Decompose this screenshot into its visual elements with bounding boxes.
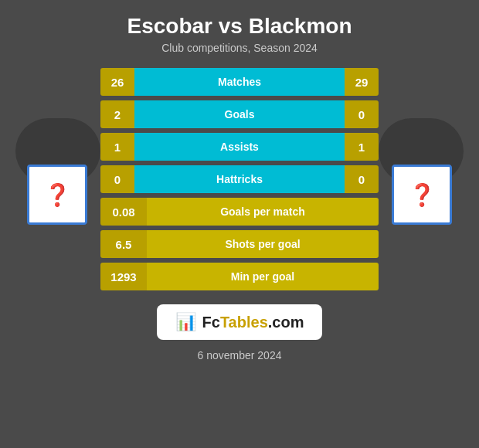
goals-row: 2 Goals 0	[100, 100, 379, 128]
page-title: Escobar vs Blackmon	[127, 14, 352, 39]
avatar-right: ❓	[392, 165, 452, 225]
assists-row: 1 Assists 1	[100, 133, 379, 161]
goals-left-value: 2	[100, 100, 134, 128]
matches-right-value: 29	[345, 68, 379, 96]
min-per-goal-value: 1293	[100, 263, 147, 290]
matches-label: Matches	[134, 68, 345, 96]
avatar-left-icon: ❓	[44, 182, 71, 208]
goals-per-match-label: Goals per match	[147, 198, 379, 226]
hattricks-left-value: 0	[100, 165, 134, 193]
hattricks-row: 0 Hattricks 0	[100, 165, 379, 193]
goals-per-match-value: 0.08	[100, 198, 147, 226]
assists-left-value: 1	[100, 133, 134, 161]
goals-right-value: 0	[345, 100, 379, 128]
fctables-icon: 📊	[175, 312, 196, 332]
goals-label: Goals	[134, 100, 345, 128]
hattricks-label: Hattricks	[134, 165, 345, 193]
stats-section: 26 Matches 29 2 Goals 0 1 Assists 1 0 Ha…	[100, 68, 379, 290]
card: Escobar vs Blackmon Club competitions, S…	[0, 0, 479, 448]
avatar-left: ❓	[27, 165, 87, 225]
page-subtitle: Club competitions, Season 2024	[161, 42, 318, 54]
goals-per-match-row: 0.08 Goals per match	[100, 198, 379, 226]
shots-per-goal-row: 6.5 Shots per goal	[100, 230, 379, 258]
date-footer: 6 november 2024	[198, 349, 282, 361]
fctables-text: FcTables.com	[202, 314, 304, 331]
shots-per-goal-label: Shots per goal	[147, 230, 379, 258]
assists-label: Assists	[134, 133, 345, 161]
matches-left-value: 26	[100, 68, 134, 96]
matches-row: 26 Matches 29	[100, 68, 379, 96]
fctables-badge: 📊 FcTables.com	[157, 304, 323, 340]
min-per-goal-label: Min per goal	[147, 263, 379, 290]
assists-right-value: 1	[345, 133, 379, 161]
min-per-goal-row: 1293 Min per goal	[100, 263, 379, 290]
inner-container: Escobar vs Blackmon Club competitions, S…	[0, 14, 479, 361]
shots-per-goal-value: 6.5	[100, 230, 147, 258]
avatar-right-icon: ❓	[409, 182, 436, 208]
hattricks-right-value: 0	[345, 165, 379, 193]
